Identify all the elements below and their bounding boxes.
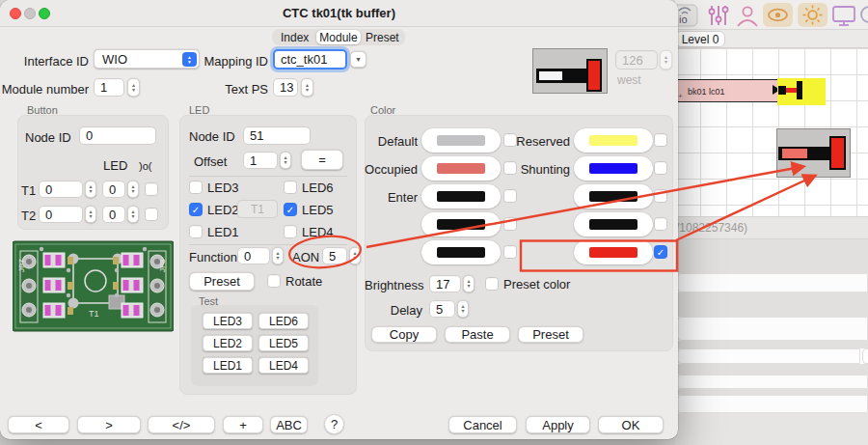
led-node-id-input[interactable]: 51 [243,126,311,145]
panel-mini-button[interactable] [862,348,868,364]
offset-input[interactable]: 1 [243,152,278,169]
led6-checkbox[interactable] [284,181,297,194]
t1-toggle-checkbox[interactable] [145,182,158,196]
pcb-jp7-label: JP7 [17,259,26,272]
sliders-icon[interactable] [706,4,731,27]
t2-led-input[interactable]: 0 [102,206,125,223]
color-right5-button[interactable] [574,240,653,264]
mapping-id-dropdown-button[interactable]: ▾ [350,51,366,68]
color-enter-checkbox[interactable] [503,189,517,203]
app-toolbar: io [675,0,868,30]
led1-checkbox[interactable] [189,225,203,238]
test-led3-button[interactable]: LED3 [203,313,253,329]
color-left4-checkbox[interactable] [503,217,517,231]
svg-text:io: io [679,14,688,25]
interface-id-select[interactable]: WIO [94,49,200,69]
text-ps-input[interactable]: 13 [273,78,298,97]
color-reserved-checkbox[interactable] [654,133,667,147]
track-block-bk01[interactable]: bk01 lc01 + [675,79,783,102]
color-right3-button[interactable] [574,184,653,209]
test-led4-button[interactable]: LED4 [258,357,309,374]
color-left5-button[interactable] [421,240,501,264]
module-number-input[interactable]: 1 [94,78,124,97]
panel-id-bar: /1082257346) [675,216,868,239]
test-led6-button[interactable]: LED6 [258,313,309,329]
color-enter-button[interactable] [421,184,501,209]
delay-stepper[interactable] [457,300,469,318]
t1-led-stepper[interactable] [127,181,139,198]
t1-stepper[interactable] [85,181,96,198]
color-preset-button[interactable]: Preset [518,326,583,343]
color-right5-checkbox[interactable] [654,245,667,259]
rotate-checkbox[interactable] [267,274,281,288]
tab-preset[interactable]: Preset [361,30,404,44]
color-default-button[interactable] [421,128,501,153]
ok-button[interactable]: OK [598,416,664,433]
color-shunting-checkbox[interactable] [654,161,667,175]
test-led1-button[interactable]: LED1 [203,357,253,374]
function-stepper[interactable] [272,247,284,264]
occupied-segment [782,149,807,158]
preset-color-checkbox[interactable] [485,277,499,291]
plus-button[interactable]: + [223,416,263,433]
button-toggle-header: )o( [139,160,151,172]
tab-index[interactable]: Index [273,30,316,44]
brightness-stepper[interactable] [463,275,475,292]
user-icon[interactable] [735,4,760,27]
equals-button[interactable]: = [301,150,343,170]
panel-field-row [677,375,868,389]
display-icon[interactable] [830,4,857,27]
color-right4-button[interactable] [574,212,653,236]
color-reserved-button[interactable] [574,128,653,153]
buffer-cell-highlighted[interactable] [777,78,826,105]
search-icon[interactable] [857,4,868,27]
aon-input[interactable]: 5 [322,247,347,264]
color-right3-checkbox[interactable] [654,189,667,203]
t2-toggle-checkbox[interactable] [145,208,158,221]
eye-icon[interactable] [763,3,793,27]
buffer-stop [586,59,602,92]
color-reserved-label: Reserved [511,134,570,149]
led2-checkbox[interactable] [189,203,203,216]
color-shunting-button[interactable] [574,156,653,181]
led4-checkbox[interactable] [284,225,297,238]
t2-input[interactable]: 0 [39,206,83,223]
apply-button[interactable]: Apply [526,416,590,433]
module-number-stepper[interactable] [127,78,140,97]
abc-button[interactable]: ABC [270,416,308,433]
text-ps-stepper[interactable] [301,78,313,97]
function-input[interactable]: 0 [237,247,270,264]
t2-stepper[interactable] [85,206,96,223]
t2-led-stepper[interactable] [127,206,139,223]
forward-button[interactable]: > [77,416,141,433]
brightness-input[interactable]: 17 [429,275,461,292]
color-left4-button[interactable] [421,212,501,236]
help-button[interactable]: ? [324,414,344,434]
buffer-symbol-preview[interactable] [776,128,851,178]
mapping-id-input[interactable]: ctc_tk01 [273,49,347,70]
offset-stepper[interactable] [280,152,291,169]
test-led5-button[interactable]: LED5 [258,335,309,351]
color-occupied-button[interactable] [421,156,501,181]
led-preset-button[interactable]: Preset [189,272,255,291]
code-button[interactable]: </> [148,416,215,433]
level-tab[interactable]: Level 0 [675,31,725,47]
brightness-icon[interactable] [798,3,827,27]
led3-checkbox[interactable] [189,181,203,194]
tab-module[interactable]: Module [316,30,360,44]
cancel-button[interactable]: Cancel [448,416,517,433]
dialog-titlebar[interactable]: CTC tk01(tk buffer) [0,0,678,27]
back-button[interactable]: < [8,416,69,433]
wireless-io-icon[interactable]: io [675,4,698,27]
color-left5-checkbox[interactable] [503,245,517,259]
t1-led-input[interactable]: 0 [102,181,125,198]
test-led2-button[interactable]: LED2 [203,335,253,351]
delay-input[interactable]: 5 [429,300,455,318]
button-node-id-input[interactable]: 0 [79,126,156,145]
led5-checkbox[interactable] [284,203,297,216]
paste-button[interactable]: Paste [445,326,510,343]
color-right4-checkbox[interactable] [654,217,667,231]
copy-button[interactable]: Copy [371,326,437,343]
t1-input[interactable]: 0 [39,181,83,198]
aon-stepper[interactable] [349,247,361,264]
